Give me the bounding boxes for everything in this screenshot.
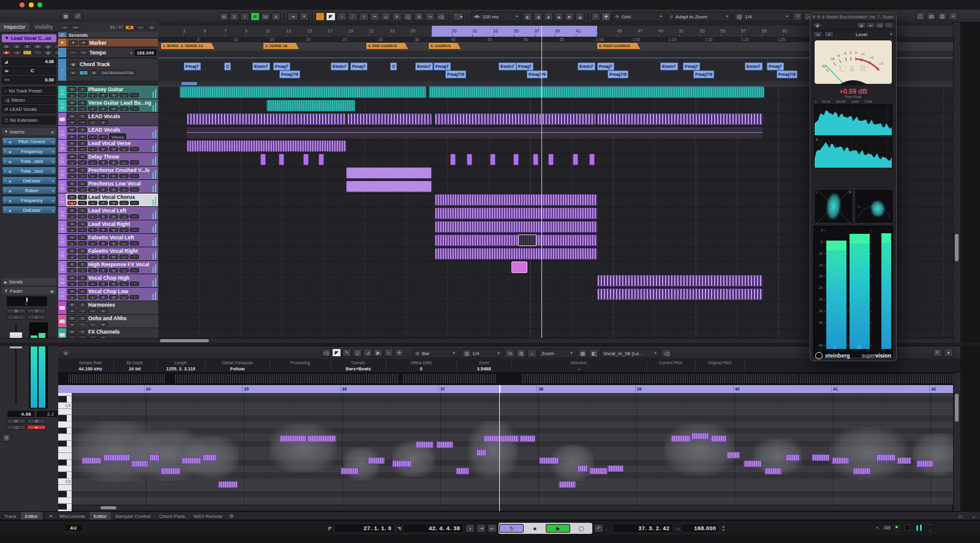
- warp-tool-icon[interactable]: ↪: [425, 12, 435, 21]
- audition-loop-icon[interactable]: ◁): [662, 349, 671, 358]
- add-track-button[interactable]: +: [60, 25, 69, 30]
- track-mute-button[interactable]: M: [67, 127, 77, 132]
- editor-playhead[interactable]: [499, 393, 500, 511]
- track-solo-button[interactable]: S: [78, 87, 87, 92]
- right-locator-value[interactable]: 42. 4. 4. 38: [402, 523, 464, 533]
- chord-voicing-icon[interactable]: ⊠: [89, 70, 99, 75]
- insert-edit-icon[interactable]: ◉: [9, 208, 12, 212]
- variaudio-segment[interactable]: [539, 457, 559, 464]
- track-freeze-button[interactable]: ◔: [130, 174, 139, 178]
- track-record-button[interactable]: ●: [67, 120, 77, 124]
- plugin-close-icon[interactable]: [813, 15, 815, 18]
- track-monitor-button[interactable]: ◁: [78, 255, 87, 259]
- track-read-button[interactable]: R: [99, 295, 108, 299]
- variaudio-segment[interactable]: [483, 435, 519, 442]
- audio-event[interactable]: [346, 167, 432, 179]
- track-row-verse-guitar-lead-ba-ng[interactable]: ∿48MSVerse Guitar Lead Ba...ng●◁eRW▭◔: [58, 99, 158, 113]
- preset-menu-icon[interactable]: ▾: [866, 22, 875, 28]
- track-write-button[interactable]: W: [109, 107, 118, 111]
- editor-snap-icon[interactable]: ✛: [394, 348, 404, 357]
- audio-event[interactable]: [266, 100, 355, 111]
- variaudio-segment[interactable]: [832, 457, 849, 464]
- track-row-oohs-and-ahhs[interactable]: MSOohs and Ahhs●◁▭⇄: [58, 315, 158, 328]
- track-edit-button[interactable]: e: [88, 228, 97, 232]
- audio-event[interactable]: [435, 113, 596, 125]
- track-solo-button[interactable]: S: [78, 249, 87, 253]
- track-freeze-button[interactable]: ◔: [130, 160, 139, 165]
- track-record-button[interactable]: ●: [67, 201, 77, 205]
- track-freeze-button[interactable]: ◔: [130, 201, 139, 205]
- track-freeze-button[interactable]: ◔: [130, 93, 139, 97]
- track-lane-button[interactable]: ▭: [119, 147, 129, 151]
- marker-1-intro[interactable]: 1. INTRO: [161, 43, 182, 49]
- chord-record-icon[interactable]: ●: [69, 70, 78, 75]
- track-row-prechorus-crushed-v-ls[interactable]: ∿52MSPrechorus Crushed V...ls●◁eRW▭◔: [58, 167, 158, 180]
- inspector-write-button[interactable]: W: [33, 44, 42, 49]
- tempo-activate-icon[interactable]: ◔: [69, 50, 78, 55]
- chord-event[interactable]: Fmaj7/9: [608, 70, 628, 78]
- track-row-vocal-chop-low[interactable]: ∿61MSVocal Chop Low●◁eRW▭◔: [58, 288, 158, 301]
- track-read-button[interactable]: R: [99, 187, 108, 192]
- track-monitor-button[interactable]: ◁: [78, 201, 87, 205]
- tempo-stepper[interactable]: ▲▼: [722, 525, 725, 532]
- chord-event[interactable]: Emin7: [745, 62, 763, 70]
- piano-key[interactable]: [58, 441, 67, 447]
- editor-snap-type-dropdown[interactable]: ⊞Bar▼: [412, 348, 459, 358]
- track-solo-button[interactable]: S: [78, 154, 87, 159]
- inspector-record-button[interactable]: ●: [2, 50, 11, 55]
- info-value-2[interactable]: 1255. 3. 3.119: [156, 366, 205, 372]
- snap-type-dropdown[interactable]: ✛Grid▼: [612, 12, 666, 21]
- history-icon[interactable]: ↺: [73, 12, 82, 20]
- insert-edit-icon[interactable]: ◉: [9, 169, 12, 173]
- insert-edit-icon[interactable]: ◉: [9, 189, 12, 193]
- track-write-button[interactable]: W: [109, 160, 118, 165]
- track-solo-button[interactable]: S: [78, 275, 87, 280]
- insert-menu-icon[interactable]: ▾: [52, 198, 54, 203]
- variaudio-segment[interactable]: [202, 454, 217, 461]
- audio-event[interactable]: [260, 154, 266, 165]
- insert-menu-icon[interactable]: ▾: [52, 169, 54, 173]
- track-mute-button[interactable]: M: [67, 235, 77, 240]
- track-mute-button[interactable]: M: [67, 181, 77, 186]
- track-edit-button[interactable]: e: [88, 187, 97, 192]
- insert-edit-icon[interactable]: ◉: [9, 140, 12, 144]
- audio-event[interactable]: [187, 140, 346, 152]
- insert-menu-icon[interactable]: ▾: [52, 189, 54, 193]
- track-read-button[interactable]: R: [99, 107, 108, 111]
- track-write-button[interactable]: W: [109, 147, 118, 151]
- variaudio-segment[interactable]: [368, 457, 385, 464]
- editor-trim-icon[interactable]: ⊿: [363, 348, 372, 357]
- glue-tool-icon[interactable]: ∪: [381, 12, 391, 21]
- audio-event[interactable]: [187, 127, 763, 138]
- inspector-settings-gear-icon[interactable]: ⚙: [2, 433, 11, 442]
- track-record-button[interactable]: ●: [67, 187, 77, 192]
- color-tool-icon[interactable]: ⚫▾: [453, 12, 464, 21]
- track-read-button[interactable]: R: [67, 135, 77, 139]
- track-row-fx-channels[interactable]: MSFX Channels●◁▭⇄: [58, 328, 158, 338]
- autoscroll-icon[interactable]: ⇥: [287, 12, 298, 21]
- insert-edit-icon[interactable]: ◉: [9, 198, 12, 203]
- audio-event[interactable]: [589, 154, 595, 165]
- track-expand-button[interactable]: ⇄: [99, 322, 108, 326]
- write-automation-button[interactable]: W: [27, 419, 46, 424]
- mouse-pointer-icon[interactable]: ↖: [876, 525, 880, 531]
- track-preset-row[interactable]: ◌No Track Preset: [2, 87, 56, 95]
- track-record-button[interactable]: ●: [67, 268, 77, 272]
- chord-track-mute-icon[interactable]: ▣: [69, 62, 78, 67]
- inspector-mute-button[interactable]: M: [2, 44, 11, 49]
- insert-menu-icon[interactable]: ▾: [52, 179, 54, 183]
- iterative-quantize-icon[interactable]: ⇶: [516, 349, 526, 358]
- track-edit-button[interactable]: e: [88, 255, 97, 259]
- audio-event[interactable]: [429, 86, 764, 98]
- chord-event[interactable]: Emin7: [252, 62, 270, 70]
- track-row-lead-vocal-verse[interactable]: ∿50MSLead Vocal Verse●◁eRW▭◔: [58, 140, 158, 153]
- editor-playhead-marker[interactable]: [499, 385, 500, 393]
- minimize-window-icon[interactable]: [29, 2, 34, 7]
- chord-event[interactable]: Emin7: [499, 62, 516, 70]
- variaudio-segment[interactable]: [876, 454, 895, 461]
- edit-channel-settings-icon[interactable]: e: [61, 348, 70, 357]
- transport-expand-icon[interactable]: ⌃⌄: [929, 523, 932, 532]
- track-monitor-button[interactable]: ◁: [78, 228, 87, 232]
- track-row-prechorus-low-vocal[interactable]: ∿53MSPrechorus Low Vocal●◁eRW▭◔: [58, 180, 158, 193]
- tempo-lock-icon[interactable]: ✎: [79, 50, 88, 55]
